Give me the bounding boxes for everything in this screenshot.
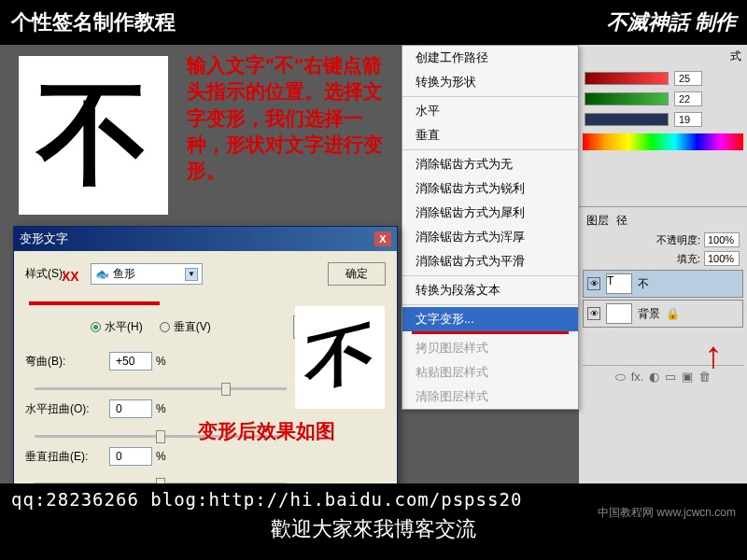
menu-item[interactable]: 消除锯齿方式为犀利	[402, 201, 578, 225]
menu-separator	[402, 304, 578, 305]
menu-item[interactable]: 垂直	[402, 123, 578, 147]
dialog-title: 变形文字	[20, 231, 68, 247]
green-channel-row: 22	[579, 89, 747, 109]
red-underline	[29, 301, 160, 305]
horiz-label: 水平(H)	[105, 319, 143, 335]
blue-value[interactable]: 19	[674, 112, 702, 127]
vdist-input[interactable]: 0	[109, 447, 152, 466]
fx-icon[interactable]: fx.	[631, 370, 644, 385]
mask-icon[interactable]: ◐	[649, 370, 659, 385]
blue-channel-row: 19	[579, 109, 747, 130]
background-layer-row[interactable]: 👁 背景 🔒	[583, 300, 743, 328]
menu-item: 粘贴图层样式	[402, 360, 578, 385]
color-spectrum[interactable]	[583, 133, 743, 150]
menu-separator	[402, 275, 578, 276]
layer-thumb: T	[606, 273, 632, 294]
watermark: 中国教程网 www.jcwcn.com	[598, 505, 736, 521]
red-channel-row: 25	[579, 68, 747, 89]
red-swatch[interactable]	[585, 72, 669, 85]
hdist-input[interactable]: 0	[109, 399, 152, 418]
close-icon[interactable]: X	[374, 231, 391, 246]
bend-slider[interactable]	[35, 387, 287, 390]
ok-button[interactable]: 确定	[328, 262, 386, 286]
text-layer-row[interactable]: 👁 T 不	[583, 270, 743, 298]
fill-row: 填充: 100%	[583, 249, 743, 268]
menu-item[interactable]: 转换为形状	[402, 70, 578, 94]
bend-label: 弯曲(B):	[25, 354, 109, 370]
red-underline	[412, 331, 569, 334]
vdist-label: 垂直扭曲(E):	[25, 449, 109, 465]
menu-item[interactable]: 文字变形...	[402, 307, 578, 331]
folder-icon[interactable]: ▭	[665, 370, 676, 385]
menu-separator	[402, 96, 578, 97]
page-title: 个性签名制作教程	[11, 8, 176, 36]
radio-icon	[91, 322, 101, 332]
style-label: 样式(S):	[25, 266, 91, 282]
vertical-radio[interactable]: 垂直(V)	[160, 315, 211, 339]
horizontal-radio[interactable]: 水平(H)	[91, 315, 143, 339]
chevron-down-icon[interactable]: ▼	[185, 268, 198, 281]
fill-label: 填充:	[677, 252, 700, 266]
xx-marker: XX	[62, 269, 79, 284]
eye-icon[interactable]: 👁	[587, 277, 600, 290]
pct-label: %	[156, 355, 166, 368]
warped-character-preview: 不	[295, 306, 385, 409]
bend-input[interactable]: +50	[109, 352, 152, 371]
lock-icon: 🔒	[666, 307, 680, 320]
radio-icon	[160, 322, 170, 332]
layers-tabs: 图层 径	[583, 211, 743, 231]
opacity-label: 不透明度:	[656, 233, 700, 247]
context-menu: 创建工作路径转换为形状水平垂直消除锯齿方式为无消除锯齿方式为锐利消除锯齿方式为犀…	[402, 45, 579, 410]
green-swatch[interactable]	[585, 92, 669, 105]
hdist-label: 水平扭曲(O):	[25, 401, 109, 417]
instruction-text: 输入文字"不"右键点箭头指示的位置。选择文字变形，我们选择一种，形状对文字进行变…	[187, 52, 400, 185]
tab-paths[interactable]: 径	[616, 213, 627, 229]
eye-icon[interactable]: 👁	[587, 307, 600, 320]
style-value: 鱼形	[113, 266, 135, 282]
link-icon[interactable]: ⬭	[615, 370, 626, 385]
vert-label: 垂直(V)	[174, 319, 211, 335]
menu-item[interactable]: 消除锯齿方式为浑厚	[402, 225, 578, 249]
menu-item: 拷贝图层样式	[402, 336, 578, 360]
green-value[interactable]: 22	[674, 91, 702, 106]
result-caption: 变形后效果如图	[198, 418, 335, 444]
content-area: 式 25 22 19 图层 径 不透明度: 100% 填充: 100%	[0, 45, 747, 483]
tab-layers[interactable]: 图层	[586, 213, 609, 229]
pct-label: %	[156, 402, 166, 415]
menu-item[interactable]: 消除锯齿方式为锐利	[402, 176, 578, 201]
menu-item[interactable]: 转换为段落文本	[402, 278, 578, 302]
panel-tab[interactable]: 式	[579, 45, 747, 68]
header: 个性签名制作教程 不滅神話 制作	[0, 0, 747, 45]
style-combo[interactable]: 🐟 鱼形 ▼	[91, 263, 203, 285]
menu-item: 清除图层样式	[402, 385, 578, 409]
opacity-value[interactable]: 100%	[704, 232, 740, 247]
logo-text: 不滅神話 制作	[607, 8, 736, 36]
opacity-row: 不透明度: 100%	[583, 231, 743, 249]
layer-thumb	[606, 303, 632, 324]
menu-item[interactable]: 创建工作路径	[402, 46, 578, 70]
slider-thumb[interactable]	[156, 430, 165, 443]
vdist-row: 垂直扭曲(E): 0 %	[25, 447, 386, 466]
red-arrow-icon: ↑	[704, 334, 723, 376]
new-layer-icon[interactable]: ▣	[682, 370, 693, 385]
slider-thumb[interactable]	[221, 383, 231, 396]
original-character-preview: 不	[19, 56, 168, 215]
footer: qq:28236266 blog:http://hi.baidu.com/psp…	[0, 483, 747, 560]
dialog-titlebar[interactable]: 变形文字 X	[14, 227, 397, 251]
character-text: 不	[37, 60, 149, 212]
menu-separator	[402, 149, 578, 150]
menu-item[interactable]: 水平	[402, 99, 578, 123]
red-value[interactable]: 25	[674, 71, 702, 86]
pct-label: %	[156, 450, 166, 463]
fish-icon: 🐟	[95, 268, 109, 281]
layer-name: 不	[638, 276, 649, 292]
menu-item[interactable]: 消除锯齿方式为无	[402, 152, 578, 176]
blue-swatch[interactable]	[585, 113, 669, 126]
menu-item[interactable]: 消除锯齿方式为平滑	[402, 249, 578, 273]
layer-name: 背景	[638, 306, 660, 322]
photoshop-panels: 式 25 22 19 图层 径 不透明度: 100% 填充: 100%	[579, 45, 747, 483]
fill-value[interactable]: 100%	[704, 251, 740, 266]
warped-char: 不	[305, 306, 375, 409]
